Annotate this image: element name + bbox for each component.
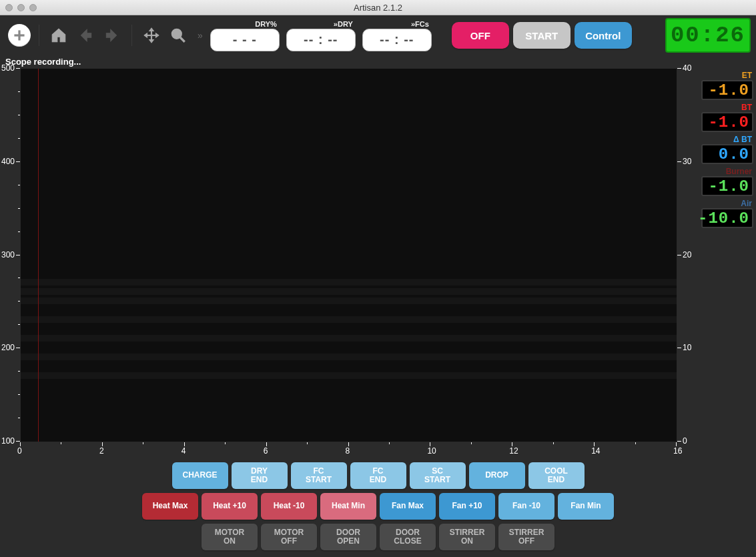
button-label: Fan -10: [512, 502, 540, 510]
stirrer-off-button[interactable]: STIRRER OFF: [498, 524, 554, 550]
control-button[interactable]: Control: [575, 22, 632, 49]
separator: [39, 25, 39, 46]
button-label: DRY END: [251, 467, 268, 484]
titlebar: Artisan 2.1.2: [0, 0, 756, 15]
dry-end-button[interactable]: DRY END: [232, 462, 288, 489]
button-label: Fan Max: [392, 502, 424, 510]
button-label: Fan +10: [452, 502, 482, 510]
heat-10-button[interactable]: Heat -10: [261, 493, 317, 520]
add-button[interactable]: [8, 24, 31, 47]
off-button[interactable]: OFF: [452, 22, 509, 49]
y-left-tick-label: 500: [1, 63, 15, 73]
app-body: » DRY% - - - »DRY -- : -- »FCs -- : -- O…: [0, 15, 756, 557]
button-label: STIRRER OFF: [509, 528, 544, 546]
x-tick-label: 14: [591, 446, 600, 456]
roast-plot[interactable]: [20, 68, 677, 442]
button-label: MOTOR ON: [215, 528, 244, 546]
main-area: 100200300400500 010203040 ET -1.0 BT -1.…: [0, 68, 756, 442]
zoom-button[interactable]: [167, 24, 190, 47]
home-icon: [50, 27, 67, 44]
y-axis-right: 010203040: [677, 68, 697, 442]
pan-button[interactable]: [140, 24, 163, 47]
y-right-tick-label: 40: [683, 63, 691, 73]
readout-et: ET -1.0: [701, 71, 753, 100]
fc-end-button[interactable]: FC END: [350, 462, 406, 489]
drop-button[interactable]: DROP: [469, 462, 525, 489]
heat-10-button[interactable]: Heat +10: [202, 493, 258, 520]
app-window: Artisan 2.1.2: [0, 0, 756, 557]
expand-icon[interactable]: »: [198, 30, 201, 41]
y-axis-left: 100200300400500: [0, 68, 20, 442]
fan-min-button[interactable]: Fan Min: [558, 493, 614, 520]
to-dry-display: »DRY -- : --: [286, 20, 356, 51]
y-left-tick-label: 100: [1, 436, 15, 446]
to-fcs-value: -- : --: [362, 29, 432, 51]
charge-button[interactable]: CHARGE: [172, 462, 228, 489]
button-label: FC START: [306, 467, 332, 484]
heat-fan-buttons-row: Heat MaxHeat +10Heat -10Heat MinFan MaxF…: [142, 493, 614, 520]
readouts-panel: ET -1.0 BT -1.0 Δ BT 0.0 Burner -1.0 Air: [697, 68, 756, 442]
x-tick-label: 6: [264, 446, 268, 456]
x-tick-label: 16: [673, 446, 682, 456]
motor-buttons-row: MOTOR ONMOTOR OFFDOOR OPENDOOR CLOSESTIR…: [202, 524, 554, 550]
y-right-tick-label: 0: [683, 436, 687, 446]
y-left-tick-label: 300: [1, 250, 15, 259]
readout-air-value: -10.0: [701, 208, 753, 228]
status-text: Scope recording...: [0, 55, 756, 68]
button-label: MOTOR OFF: [274, 528, 304, 546]
nav-back-button[interactable]: [74, 24, 97, 47]
fan-10-button[interactable]: Fan -10: [498, 493, 554, 520]
button-label: COOL END: [544, 467, 568, 484]
home-button[interactable]: [47, 24, 70, 47]
readout-burner-label: Burner: [701, 167, 753, 176]
bottom-button-panel: CHARGEDRY ENDFC STARTFC ENDSC STARTDROPC…: [0, 457, 756, 557]
motor-on-button[interactable]: MOTOR ON: [202, 524, 258, 550]
x-tick-label: 10: [427, 446, 436, 456]
timer-lcd: 00:26: [665, 18, 751, 53]
arrow-right-icon: [103, 27, 121, 44]
window-title: Artisan 2.1.2: [0, 3, 756, 13]
cool-end-button[interactable]: COOL END: [528, 462, 585, 489]
x-axis: 0246810121416: [20, 442, 680, 457]
readout-air-label: Air: [701, 199, 753, 208]
button-label: DROP: [485, 471, 508, 480]
current-time-marker: [38, 69, 39, 442]
button-label: Heat -10: [274, 502, 305, 510]
door-close-button[interactable]: DOOR CLOSE: [380, 524, 436, 550]
y-right-tick-label: 10: [683, 343, 691, 352]
sc-start-button[interactable]: SC START: [410, 462, 466, 489]
fc-start-button[interactable]: FC START: [291, 462, 347, 489]
readout-et-value: -1.0: [701, 80, 753, 100]
to-dry-value: -- : --: [286, 29, 356, 51]
dry-pct-value: - - -: [210, 29, 280, 51]
button-label: SC START: [424, 467, 450, 484]
move-icon: [143, 27, 160, 44]
svg-point-4: [172, 29, 181, 38]
nav-forward-button[interactable]: [101, 24, 123, 47]
to-fcs-display: »FCs -- : --: [362, 20, 432, 51]
x-tick-label: 4: [181, 446, 186, 456]
button-label: DOOR OPEN: [336, 528, 360, 546]
motor-off-button[interactable]: MOTOR OFF: [261, 524, 317, 550]
readout-burner: Burner -1.0: [701, 167, 753, 196]
button-label: CHARGE: [182, 471, 217, 480]
y-right-tick-label: 30: [683, 157, 691, 166]
heat-max-button[interactable]: Heat Max: [142, 493, 198, 520]
plot-container: 100200300400500 010203040: [0, 68, 697, 442]
x-tick-label: 2: [99, 446, 104, 456]
y-left-tick-label: 400: [1, 157, 15, 166]
fan-max-button[interactable]: Fan Max: [380, 493, 436, 520]
dry-pct-label: DRY%: [255, 20, 280, 28]
door-open-button[interactable]: DOOR OPEN: [320, 524, 376, 550]
x-tick-label: 12: [509, 446, 518, 456]
start-button[interactable]: START: [513, 22, 571, 49]
to-fcs-label: »FCs: [411, 20, 432, 28]
to-dry-label: »DRY: [334, 20, 356, 28]
readout-delta-bt-value: 0.0: [701, 144, 753, 164]
toolbar: » DRY% - - - »DRY -- : -- »FCs -- : -- O…: [0, 15, 756, 55]
stirrer-on-button[interactable]: STIRRER ON: [439, 524, 495, 550]
heat-min-button[interactable]: Heat Min: [320, 493, 376, 520]
button-label: Heat Max: [153, 502, 188, 510]
button-label: Heat Min: [332, 502, 365, 510]
fan-10-button[interactable]: Fan +10: [439, 493, 495, 520]
